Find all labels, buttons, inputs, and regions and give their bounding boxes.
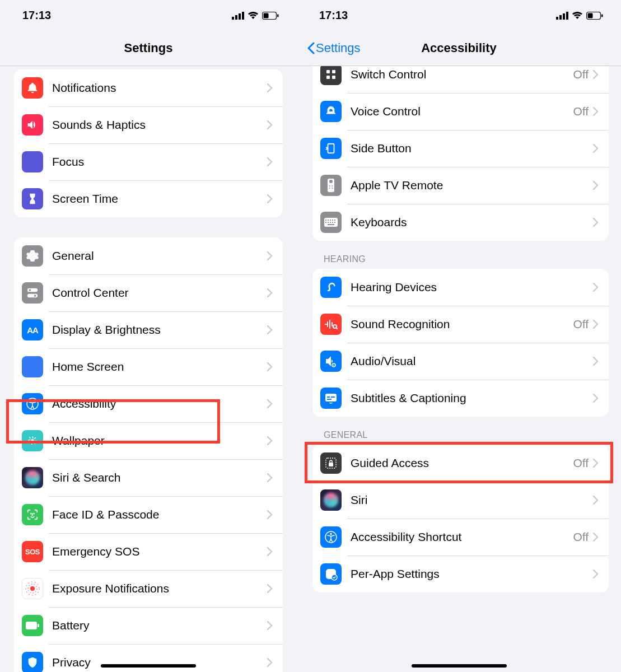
chevron-icon [267, 584, 273, 593]
apple-tv-remote-icon [320, 175, 342, 196]
svg-rect-3 [242, 12, 244, 20]
svg-rect-41 [328, 220, 329, 221]
chevron-icon [593, 459, 599, 468]
chevron-icon [267, 399, 273, 408]
svg-rect-46 [328, 222, 329, 223]
accessibility-shortcut-icon [320, 526, 342, 548]
row-wallpaper[interactable]: Wallpaper [14, 422, 283, 459]
chevron-icon [267, 658, 273, 667]
row-label: Audio/Visual [351, 354, 593, 368]
row-siri-search[interactable]: Siri & Search [14, 459, 283, 496]
svg-rect-48 [332, 222, 333, 223]
row-label: Home Screen [52, 360, 267, 374]
svg-rect-40 [325, 220, 326, 221]
svg-rect-7 [27, 288, 38, 292]
row-apple-tv-remote[interactable]: Apple TV Remote [312, 167, 609, 204]
row-label: Display & Brightness [52, 323, 267, 337]
svg-rect-0 [232, 17, 234, 20]
svg-point-16 [30, 586, 35, 591]
home-indicator[interactable] [101, 664, 196, 668]
hearing-header: HEARING [312, 241, 609, 269]
row-switch-control[interactable]: Switch Control Off [312, 66, 609, 93]
row-sounds-haptics[interactable]: Sounds & Haptics [14, 106, 283, 143]
chevron-icon [267, 510, 273, 519]
battery-icon [262, 12, 279, 20]
privacy-icon [22, 652, 43, 672]
row-focus[interactable]: Focus [14, 143, 283, 180]
svg-rect-23 [563, 13, 565, 20]
svg-rect-44 [334, 220, 335, 221]
row-emergency-sos[interactable]: SOS Emergency SOS [14, 533, 283, 570]
acc-group-hearing: Hearing Devices Sound Recognition Off Au… [312, 269, 609, 417]
row-screen-time[interactable]: Screen Time [14, 180, 283, 217]
row-side-button[interactable]: Side Button [312, 130, 609, 167]
chevron-icon [267, 251, 273, 260]
control-center-icon [22, 282, 43, 304]
row-voice-control[interactable]: Voice Control Off [312, 93, 609, 130]
row-guided-access[interactable]: Guided Access Off [312, 445, 609, 482]
status-time: 17:13 [319, 9, 348, 22]
row-hearing-devices[interactable]: Hearing Devices [312, 269, 609, 306]
row-sound-recognition[interactable]: Sound Recognition Off [312, 306, 609, 343]
status-time: 17:13 [22, 9, 51, 22]
focus-icon [22, 151, 43, 172]
row-subtitles-captioning[interactable]: Subtitles & Captioning [312, 380, 609, 417]
svg-point-8 [29, 289, 31, 291]
battery-setting-icon [22, 615, 43, 636]
home-indicator[interactable] [412, 664, 507, 668]
row-display-brightness[interactable]: AA Display & Brightness [14, 311, 283, 348]
chevron-icon [593, 107, 599, 116]
row-face-id-passcode[interactable]: Face ID & Passcode [14, 496, 283, 533]
svg-rect-19 [26, 622, 37, 629]
chevron-icon [593, 496, 599, 505]
status-indicators [556, 11, 603, 20]
accessibility-content[interactable]: Switch Control Off Voice Control Off Sid… [297, 66, 621, 672]
accessibility-screen: 17:13 Settings Accessibility Switch Cont… [297, 0, 621, 672]
row-privacy[interactable]: Privacy [14, 644, 283, 672]
row-siri[interactable]: Siri [312, 482, 609, 519]
back-button[interactable]: Settings [307, 41, 361, 55]
svg-rect-31 [332, 76, 335, 79]
switch-control-icon [320, 66, 342, 85]
row-label: Sounds & Haptics [52, 118, 267, 132]
settings-content[interactable]: Notifications Sounds & Haptics Focus Scr… [0, 66, 297, 672]
wifi-icon [248, 11, 259, 20]
svg-point-38 [332, 188, 333, 189]
row-general[interactable]: General [14, 237, 283, 274]
row-label: Screen Time [52, 192, 267, 206]
row-keyboards[interactable]: Keyboards [312, 204, 609, 241]
row-label: Guided Access [351, 456, 573, 470]
row-label: Apple TV Remote [351, 179, 593, 192]
row-accessibility-shortcut[interactable]: Accessibility Shortcut Off [312, 519, 609, 556]
row-label: Wallpaper [52, 434, 267, 447]
svg-point-34 [329, 180, 333, 183]
voice-control-icon [320, 101, 342, 122]
row-per-app-settings[interactable]: Per-App Settings [312, 556, 609, 592]
chevron-icon [267, 288, 273, 297]
svg-rect-5 [264, 13, 269, 18]
row-accessibility[interactable]: Accessibility [14, 385, 283, 422]
row-control-center[interactable]: Control Center [14, 274, 283, 311]
chevron-icon [593, 181, 599, 190]
row-notifications[interactable]: Notifications [14, 69, 283, 106]
acc-group-physical: Switch Control Off Voice Control Off Sid… [312, 66, 609, 241]
row-battery[interactable]: Battery [14, 607, 283, 644]
general-header: GENERAL [312, 417, 609, 445]
svg-rect-42 [330, 220, 331, 221]
chevron-icon [593, 218, 599, 227]
row-exposure-notifications[interactable]: Exposure Notifications [14, 570, 283, 607]
siri-icon [22, 467, 43, 488]
svg-rect-43 [332, 220, 333, 221]
row-label: Per-App Settings [351, 567, 593, 581]
chevron-icon [267, 157, 273, 166]
row-audio-visual[interactable]: Audio/Visual [312, 343, 609, 380]
row-label: Face ID & Passcode [52, 508, 267, 521]
row-home-screen[interactable]: Home Screen [14, 348, 283, 385]
chevron-icon [593, 394, 599, 403]
svg-point-61 [330, 533, 332, 535]
row-label: Side Button [351, 142, 593, 155]
row-label: Keyboards [351, 216, 593, 229]
chevron-icon [267, 547, 273, 556]
chevron-icon [593, 570, 599, 578]
svg-rect-32 [328, 144, 334, 153]
